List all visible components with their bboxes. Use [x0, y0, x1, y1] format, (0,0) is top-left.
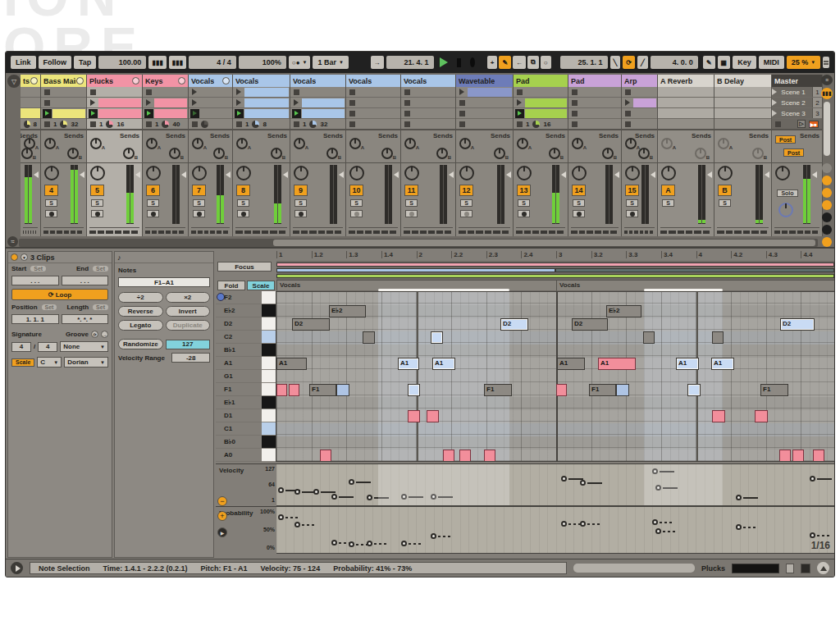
- arrangement-position-display[interactable]: 21. 4. 1: [386, 56, 434, 69]
- midi-note[interactable]: [431, 331, 443, 344]
- pan-knob[interactable]: [459, 166, 474, 180]
- play-button[interactable]: [440, 57, 448, 67]
- midi-note[interactable]: [408, 410, 420, 422]
- post-toggle[interactable]: Post: [783, 148, 804, 157]
- midi-note[interactable]: [779, 450, 791, 462]
- clip-slot[interactable]: [290, 87, 345, 98]
- midi-note[interactable]: D2: [572, 318, 608, 331]
- clip-slot[interactable]: [233, 87, 290, 98]
- send-b-knob[interactable]: B: [21, 148, 33, 159]
- clip-stop-icon[interactable]: [294, 89, 299, 95]
- track-activator[interactable]: 13: [517, 185, 531, 196]
- rail-toggle-icon[interactable]: [822, 212, 832, 222]
- midi-note[interactable]: [408, 384, 420, 396]
- clip-slot[interactable]: [41, 98, 86, 108]
- stop-button[interactable]: [457, 58, 461, 67]
- back-to-arrangement-icon[interactable]: ▷: [797, 120, 805, 128]
- clip-slot[interactable]: [714, 108, 771, 119]
- clip-loop-bar[interactable]: [276, 274, 834, 278]
- clip[interactable]: [244, 88, 289, 97]
- reverse-button[interactable]: Reverse: [118, 306, 163, 317]
- legato-button[interactable]: Legato: [118, 320, 163, 331]
- volume-handle[interactable]: [561, 171, 566, 178]
- track-stop-icon[interactable]: [625, 121, 631, 127]
- track-header[interactable]: Plucks: [87, 75, 142, 87]
- small-button[interactable]: [786, 564, 794, 573]
- midi-note[interactable]: D2: [500, 318, 528, 331]
- follow-arrow-icon[interactable]: →: [371, 56, 384, 69]
- track-plucks[interactable]: Plucks116SendsAB5S: [87, 75, 143, 236]
- scene-slot[interactable]: Scene 33: [772, 108, 822, 119]
- clip-slot[interactable]: [346, 108, 400, 119]
- loop-length-display[interactable]: 4. 0. 0: [651, 56, 698, 69]
- crossfader-icon[interactable]: ≈: [7, 236, 18, 247]
- piano-key[interactable]: [262, 344, 276, 357]
- clip-stop-icon[interactable]: [349, 89, 355, 95]
- send-b-knob[interactable]: B: [602, 148, 614, 159]
- track-wavetable[interactable]: WavetableSendsAB12S: [456, 75, 514, 236]
- velocity-range-value[interactable]: -28: [171, 353, 210, 363]
- clip[interactable]: [633, 98, 656, 107]
- transport-button[interactable]: 100%: [239, 56, 286, 69]
- send-a-knob[interactable]: A: [44, 138, 56, 149]
- arm-button[interactable]: [405, 210, 418, 217]
- clip-stop-icon[interactable]: [625, 89, 631, 95]
- clip-slot[interactable]: [622, 98, 657, 108]
- track-activator[interactable]: 15: [625, 185, 639, 196]
- clip[interactable]: [52, 109, 85, 118]
- loop-switch-icon[interactable]: ⟳: [623, 56, 635, 69]
- track-activator[interactable]: 8: [236, 185, 250, 196]
- midi-note[interactable]: [276, 384, 287, 396]
- clip-slot[interactable]: [622, 108, 657, 119]
- clip-slot[interactable]: [143, 108, 188, 119]
- clip-playing-icon[interactable]: [144, 109, 153, 118]
- lane-marker[interactable]: [401, 541, 407, 546]
- midi-note[interactable]: [289, 384, 299, 396]
- pan-knob[interactable]: [192, 166, 207, 180]
- clip[interactable]: [32, 109, 39, 118]
- note-grid[interactable]: E♭2E♭2D2D2D2D2A1A1A1A1A1A1A1F1F1F1F1: [276, 291, 835, 462]
- track-header[interactable]: Vocals: [401, 75, 455, 87]
- clip-stop-icon[interactable]: [572, 100, 578, 106]
- lane-toggle-button[interactable]: −: [217, 496, 227, 506]
- clip-slot[interactable]: [568, 108, 621, 119]
- volume-handle[interactable]: [812, 171, 817, 178]
- arm-button[interactable]: [237, 210, 249, 217]
- midi-note[interactable]: [643, 331, 655, 344]
- draw-mode-icon[interactable]: ✎: [703, 56, 715, 69]
- transport-button[interactable]: Link: [11, 56, 36, 69]
- clip-stop-icon[interactable]: [404, 89, 410, 95]
- set-end-button[interactable]: Set: [93, 266, 108, 272]
- length-value[interactable]: *. *. *: [62, 314, 109, 324]
- clip-stop-icon[interactable]: [459, 100, 465, 106]
- send-a-knob[interactable]: A: [146, 138, 158, 149]
- pan-knob[interactable]: [775, 166, 790, 180]
- clip-slot[interactable]: [658, 108, 714, 119]
- track-activator[interactable]: 12: [459, 185, 473, 196]
- lane-marker[interactable]: [561, 476, 567, 482]
- send-a-knob[interactable]: A: [192, 138, 203, 149]
- send-b-knob[interactable]: B: [169, 148, 180, 159]
- rail-toggle-icon[interactable]: [822, 225, 832, 235]
- clip-slot[interactable]: [143, 98, 188, 108]
- lane-marker[interactable]: [294, 489, 300, 495]
- midi-note[interactable]: [556, 384, 567, 396]
- send-a-knob[interactable]: A: [90, 138, 102, 149]
- clip-slot[interactable]: [568, 98, 621, 108]
- volume-handle[interactable]: [707, 171, 712, 178]
- pan-knob[interactable]: [625, 166, 640, 180]
- chooser-icon[interactable]: [76, 77, 84, 84]
- pan-knob[interactable]: [349, 166, 364, 180]
- clip-play-icon[interactable]: [90, 99, 95, 106]
- midi-note[interactable]: A1: [598, 358, 636, 370]
- scale-mode-button[interactable]: Scale: [247, 281, 275, 290]
- clip-play-icon[interactable]: [236, 99, 241, 106]
- clip-slot[interactable]: [622, 87, 657, 98]
- clip-stop-icon[interactable]: [572, 111, 578, 116]
- midi-note[interactable]: [687, 384, 701, 396]
- clip-stop-icon[interactable]: [404, 100, 410, 106]
- track-header[interactable]: Wavetable: [456, 75, 513, 87]
- arm-button[interactable]: [626, 210, 638, 217]
- clip[interactable]: [302, 109, 345, 118]
- send-b-knob[interactable]: B: [549, 148, 560, 159]
